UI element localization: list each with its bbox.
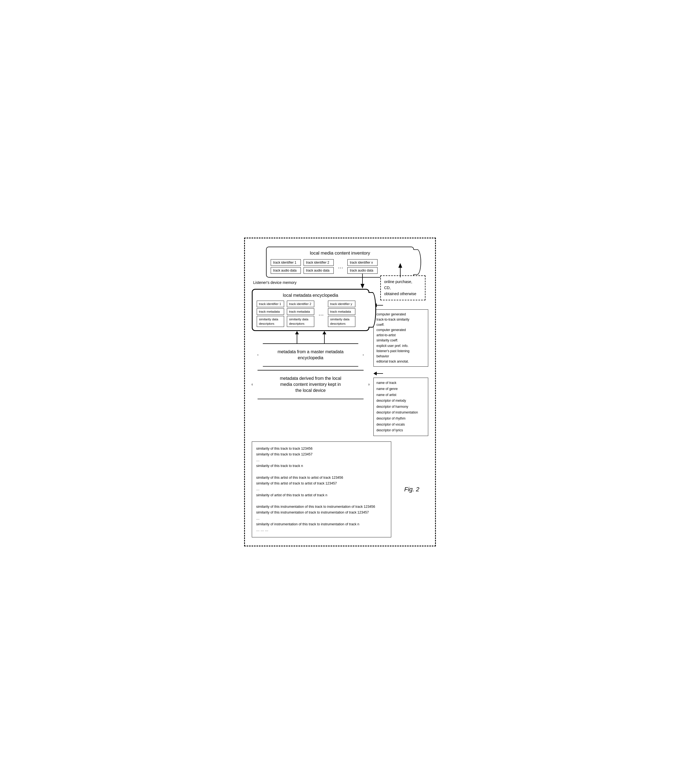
bottom-section: similarity of this track to track 123456… bbox=[252, 441, 428, 538]
hex2: metadata derived from the localmedia con… bbox=[252, 370, 369, 399]
svg-marker-11 bbox=[373, 372, 377, 375]
hex2-text: metadata derived from the localmedia con… bbox=[280, 376, 341, 393]
enc-track-id-2: track identifier 2 bbox=[287, 301, 314, 307]
enc-track-group-1: track identifier 1 track metadata simila… bbox=[257, 301, 284, 327]
similarity-dots-1: … bbox=[256, 458, 260, 462]
arrow-hex2-up bbox=[322, 331, 327, 343]
fig-label: Fig. 2 bbox=[395, 483, 428, 496]
similarity-line-9: similarity of instrumentation of this tr… bbox=[256, 522, 359, 526]
enc-sim-y: similarity datadescriptors bbox=[328, 316, 355, 327]
track-group-2: track identifier 2 track audio data bbox=[304, 259, 334, 274]
similarity-line-2: similarity of this track to track 123457 bbox=[256, 452, 313, 456]
track-audio-x: track audio data bbox=[347, 267, 378, 274]
track-audio-2: track audio data bbox=[304, 267, 334, 274]
enc-dots: … bbox=[317, 310, 325, 317]
similarity-box: similarity of this track to track 123456… bbox=[252, 441, 391, 538]
arrow-sim-to-box bbox=[373, 371, 428, 376]
right-info-column: computer generatedtrack-to-track similar… bbox=[373, 289, 428, 436]
similarity-line-3: similarity of this track to track n bbox=[256, 464, 303, 468]
page-wrapper: local media content inventory track iden… bbox=[244, 238, 436, 547]
enc-track-group-y: track identifier y track metadata simila… bbox=[328, 301, 355, 327]
arrows-to-encyclopedia bbox=[294, 331, 327, 343]
hex1: metadata from a master metadata encyclop… bbox=[258, 343, 363, 367]
tracks-row: track identifier 1 track audio data trac… bbox=[271, 259, 409, 274]
encyclopedia-end-cap bbox=[368, 292, 376, 328]
similarity-line-7: similarity of this instrumentation of th… bbox=[256, 505, 375, 508]
similarity-line-6: similarity of artist of this track to ar… bbox=[256, 493, 327, 497]
encyclopedia-wrapper: local metadata encyclopedia track identi… bbox=[252, 289, 369, 331]
similarity-line-8: similarity of this instrumentation of tr… bbox=[256, 510, 369, 514]
similarity-line-5: similarity of this artist of track to ar… bbox=[256, 482, 337, 485]
track-group-x: track identifier x track audio data bbox=[347, 259, 378, 274]
enc-sim-1: similarity datadescriptors bbox=[257, 316, 284, 327]
right-top-line1: computer generatedtrack-to-track similar… bbox=[376, 312, 409, 364]
svg-marker-7 bbox=[323, 331, 326, 334]
right-bottom-text: name of trackname of genrename of artist… bbox=[376, 381, 418, 432]
svg-marker-5 bbox=[295, 331, 299, 334]
arrow-online-to-cylinder bbox=[398, 263, 403, 279]
track-id-x: track identifier x bbox=[347, 259, 378, 266]
similarity-line-4: similarity of this artist of this track … bbox=[256, 476, 343, 480]
right-bottom-info-box: name of trackname of genrename of artist… bbox=[373, 378, 428, 436]
track-id-1: track identifier 1 bbox=[271, 259, 301, 266]
enc-track-meta-y: track metadata bbox=[328, 308, 355, 315]
similarity-dots-2: … bbox=[256, 487, 260, 491]
track-group-1: track identifier 1 track audio data bbox=[271, 259, 301, 274]
svg-marker-3 bbox=[398, 263, 402, 268]
middle-left: local metadata encyclopedia track identi… bbox=[252, 289, 369, 399]
enc-track-meta-2: track metadata bbox=[287, 308, 314, 315]
cylinder-body: local media content inventory track iden… bbox=[266, 247, 414, 278]
outer-border: local media content inventory track iden… bbox=[244, 238, 436, 547]
cylinder-title: local media content inventory bbox=[271, 250, 409, 256]
enc-track-group-2: track identifier 2 track metadata simila… bbox=[287, 301, 314, 327]
track-audio-1: track audio data bbox=[271, 267, 301, 274]
encyclopedia-title: local metadata encyclopedia bbox=[257, 293, 364, 298]
encyclopedia-tracks-row: track identifier 1 track metadata simila… bbox=[257, 301, 364, 327]
arrow-left2-icon bbox=[373, 371, 383, 376]
enc-sim-2: similarity datadescriptors bbox=[287, 316, 314, 327]
similarity-dots-3: … bbox=[256, 516, 260, 520]
arrow-right-to-enc bbox=[373, 302, 428, 308]
arrow-down-to-encyclopedia bbox=[360, 274, 365, 288]
right-top-info-box: computer generatedtrack-to-track similar… bbox=[373, 309, 428, 367]
arrow-hex1-up bbox=[294, 331, 300, 343]
svg-marker-1 bbox=[360, 284, 364, 288]
encyclopedia-body: local metadata encyclopedia track identi… bbox=[252, 289, 369, 331]
similarity-line-1: similarity of this track to track 123456 bbox=[256, 447, 313, 450]
enc-track-id-1: track identifier 1 bbox=[257, 301, 284, 307]
cylinder-dots: … bbox=[337, 263, 345, 270]
cylinder-container: local media content inventory track iden… bbox=[266, 247, 414, 278]
similarity-ellipsis: … … … bbox=[256, 528, 268, 532]
enc-track-id-y: track identifier y bbox=[328, 301, 355, 307]
cylinder-end-cap bbox=[413, 249, 421, 275]
enc-track-meta-1: track metadata bbox=[257, 308, 284, 315]
track-id-2: track identifier 2 bbox=[304, 259, 334, 266]
